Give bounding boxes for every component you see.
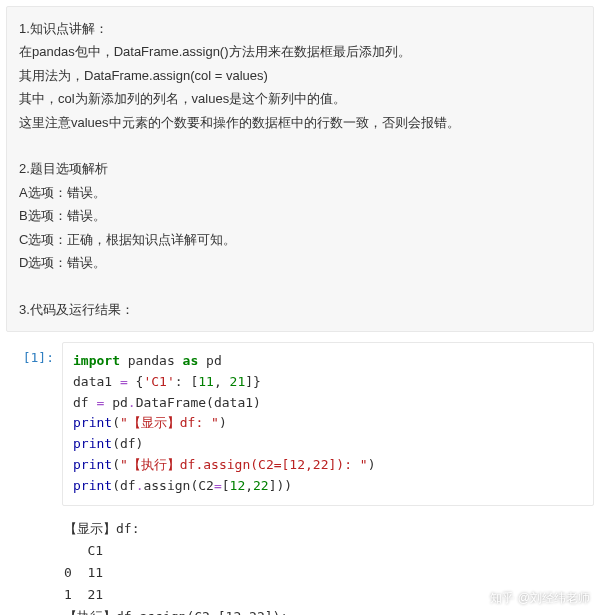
markdown-line <box>19 274 581 297</box>
markdown-line: 在pandas包中，DataFrame.assign()方法用来在数据框最后添加… <box>19 40 581 63</box>
builtin-print: print <box>73 478 112 493</box>
string-literal: 'C1' <box>143 374 174 389</box>
markdown-line: 2.题目选项解析 <box>19 157 581 180</box>
paren: ( <box>112 415 120 430</box>
comma: , <box>214 374 230 389</box>
keyword-import: import <box>73 353 120 368</box>
watermark: 知乎 @刘经纬老师 <box>472 590 590 607</box>
operator: = <box>214 478 222 493</box>
code-text: df <box>73 395 96 410</box>
paren: ) <box>219 415 227 430</box>
paren: (df <box>112 478 135 493</box>
zhihu-icon <box>472 592 486 606</box>
keyword-as: as <box>183 353 199 368</box>
number-literal: 21 <box>230 374 246 389</box>
markdown-line: 1.知识点讲解： <box>19 17 581 40</box>
code-cell: import pandas as pd data1 = {'C1': [11, … <box>62 342 594 506</box>
code-text: pd <box>198 353 221 368</box>
paren: (C2 <box>190 478 213 493</box>
operator: = <box>120 374 128 389</box>
markdown-line <box>19 134 581 157</box>
number-literal: 11 <box>198 374 214 389</box>
string-literal: "【执行】df.assign(C2=[12,22]): " <box>120 457 368 472</box>
paren: (df) <box>112 436 143 451</box>
code-text: assign <box>143 478 190 493</box>
string-literal: "【显示】df: " <box>120 415 219 430</box>
code-text: DataFrame <box>136 395 206 410</box>
markdown-line: B选项：错误。 <box>19 204 581 227</box>
markdown-line: 3.代码及运行结果： <box>19 298 581 321</box>
markdown-line: D选项：错误。 <box>19 251 581 274</box>
bracket: [ <box>222 478 230 493</box>
builtin-print: print <box>73 436 112 451</box>
markdown-cell: 1.知识点讲解：在pandas包中，DataFrame.assign()方法用来… <box>6 6 594 332</box>
code-text: data1 <box>73 374 120 389</box>
builtin-print: print <box>73 415 112 430</box>
markdown-line: 其中，col为新添加列的列名，values是这个新列中的值。 <box>19 87 581 110</box>
code-row: [1]: import pandas as pd data1 = {'C1': … <box>6 342 594 506</box>
dot: . <box>128 395 136 410</box>
bracket: : [ <box>175 374 198 389</box>
watermark-text: 知乎 @刘经纬老师 <box>490 590 590 607</box>
paren: ])) <box>269 478 292 493</box>
input-prompt: [1]: <box>6 342 62 365</box>
paren: ( <box>112 457 120 472</box>
markdown-line: C选项：正确，根据知识点详解可知。 <box>19 228 581 251</box>
markdown-line: A选项：错误。 <box>19 181 581 204</box>
paren: (data1) <box>206 395 261 410</box>
brace: { <box>128 374 144 389</box>
markdown-line: 这里注意values中元素的个数要和操作的数据框中的行数一致，否则会报错。 <box>19 111 581 134</box>
number-literal: 22 <box>253 478 269 493</box>
brace: ]} <box>245 374 261 389</box>
paren: ) <box>368 457 376 472</box>
number-literal: 12 <box>230 478 246 493</box>
builtin-print: print <box>73 457 112 472</box>
code-text: pd <box>104 395 127 410</box>
markdown-line: 其用法为，DataFrame.assign(col = values) <box>19 64 581 87</box>
comma: , <box>245 478 253 493</box>
code-text: pandas <box>120 353 183 368</box>
